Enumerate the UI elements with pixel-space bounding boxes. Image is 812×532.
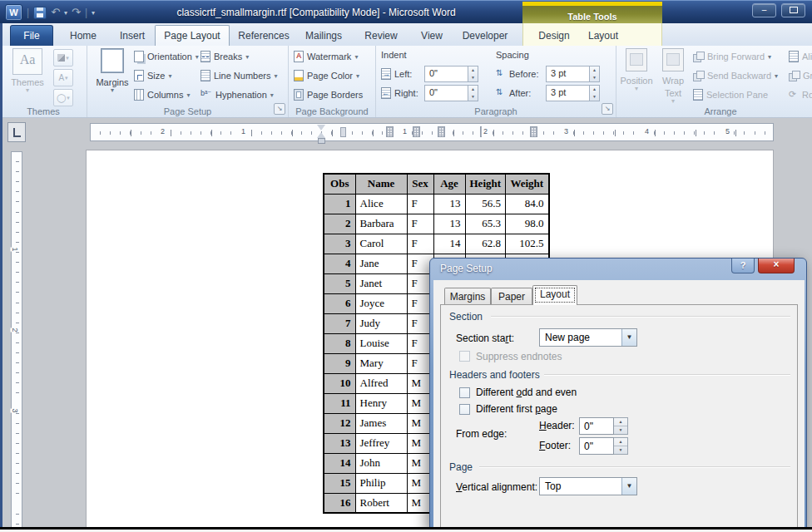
col-header-sex: Sex <box>407 174 433 194</box>
different-odd-even-checkbox[interactable] <box>459 387 470 398</box>
align-icon <box>789 51 799 62</box>
h-ruler-number: 3 <box>562 126 570 138</box>
rotate-button[interactable]: ⟳ Rotate <box>789 86 812 103</box>
page-color-button[interactable]: Page Color▾ <box>294 67 359 84</box>
table-cell: Alice <box>355 194 407 214</box>
columns-button[interactable]: Columns▾ <box>134 86 190 103</box>
spin-up-icon[interactable]: ▲ <box>614 438 627 446</box>
combobox-dropdown-icon[interactable]: ▼ <box>621 478 636 495</box>
hyphenation-button[interactable]: bᵃ⁻ Hyphenation▾ <box>201 86 274 103</box>
tab-references[interactable]: References <box>235 27 293 46</box>
table-column-marker[interactable] <box>386 126 394 137</box>
tab-home[interactable]: Home <box>60 27 106 46</box>
window-title: classicrtf_smallmargin.rtf [Compatibilit… <box>108 1 524 24</box>
save-icon[interactable] <box>33 7 47 19</box>
tab-mailings[interactable]: Mailings <box>298 27 349 46</box>
v-ruler[interactable]: 123 <box>11 151 22 532</box>
spin-up-icon[interactable]: ▲ <box>614 418 627 426</box>
align-button[interactable]: Align <box>789 48 812 65</box>
theme-effects-button[interactable]: ◯▾ <box>53 89 73 106</box>
wrap-text-icon <box>662 48 684 71</box>
section-start-combobox[interactable]: New page ▼ <box>539 328 637 347</box>
vertical-alignment-combobox[interactable]: Top ▼ <box>539 477 637 495</box>
tab-layout[interactable]: Layout <box>581 27 626 46</box>
tab-developer[interactable]: Developer <box>456 27 514 46</box>
margins-icon <box>101 48 124 73</box>
wrap-text-button[interactable]: Wrap Text▾ <box>656 48 690 115</box>
table-column-marker[interactable] <box>413 126 420 137</box>
word-window: W | ↶ ▾ ↷ | ▾ classicrtf_smallmargin.rtf… <box>0 0 812 532</box>
tab-view[interactable]: View <box>413 27 451 46</box>
different-first-page-checkbox[interactable] <box>459 404 470 415</box>
suppress-endnotes-checkbox[interactable] <box>459 351 470 362</box>
footer-from-edge-spinner[interactable]: 0" ▲▼ <box>579 437 628 455</box>
undo-icon[interactable]: ↶ <box>51 7 60 18</box>
table-cell: F <box>407 194 433 214</box>
margins-button[interactable]: Margins▾ <box>93 48 131 115</box>
table-column-marker[interactable] <box>438 126 445 137</box>
spacing-before-label: Before: <box>509 69 542 79</box>
table-cell: F <box>407 214 433 234</box>
from-edge-label: From edge: <box>456 428 507 440</box>
dialog-tab-margins[interactable]: Margins <box>444 288 491 305</box>
table-gap-marker[interactable] <box>340 127 346 137</box>
tab-insert[interactable]: Insert <box>111 27 153 46</box>
combobox-dropdown-icon[interactable]: ▼ <box>621 329 636 346</box>
page-borders-button[interactable]: Page Borders <box>294 86 363 103</box>
redo-icon[interactable]: ↷ <box>72 7 81 18</box>
tab-page-layout[interactable]: Page Layout <box>155 25 230 46</box>
dialog-tab-layout[interactable]: Layout <box>532 285 577 305</box>
size-button[interactable]: Size▾ <box>134 67 171 84</box>
tab-review[interactable]: Review <box>358 27 404 46</box>
orientation-icon <box>134 51 144 62</box>
breaks-button[interactable]: Breaks▾ <box>201 48 249 65</box>
table-cell: 84.0 <box>506 194 549 214</box>
footer-from-edge-value: 0" <box>579 437 614 455</box>
position-button[interactable]: Position▾ <box>618 48 655 115</box>
group-label-page-background: Page Background <box>289 106 375 116</box>
watermark-button[interactable]: Watermark▾ <box>294 48 358 65</box>
line-numbers-button[interactable]: Line Numbers▾ <box>201 67 278 84</box>
hanging-indent-marker[interactable] <box>317 132 325 138</box>
spin-down-icon[interactable]: ▼ <box>614 446 627 454</box>
group-button[interactable]: Group <box>789 67 812 84</box>
table-cell: 7 <box>324 313 355 333</box>
col-header-name: Name <box>355 174 407 194</box>
orientation-button[interactable]: Orientation▾ <box>134 48 199 65</box>
tab-file[interactable]: File <box>10 25 53 46</box>
theme-fonts-button[interactable]: A▾ <box>53 69 73 86</box>
maximize-button[interactable] <box>781 3 805 17</box>
spacing-before-spinner[interactable]: 3 pt ▲▼ <box>546 66 600 82</box>
table-column-marker[interactable] <box>530 126 537 137</box>
customize-qat-icon[interactable]: ▾ <box>92 9 95 17</box>
theme-colors-button[interactable]: ▾ <box>53 49 73 66</box>
indent-left-spinner[interactable]: 0" ▲▼ <box>424 66 478 82</box>
send-backward-button[interactable]: Send Backward▾ <box>693 67 778 84</box>
table-cell: John <box>355 453 407 473</box>
group-objects-icon <box>789 71 800 81</box>
undo-dropdown-icon[interactable]: ▾ <box>64 9 67 17</box>
bring-forward-button[interactable]: Bring Forward▾ <box>693 48 771 65</box>
minimize-button[interactable]: – <box>752 3 776 17</box>
table-cell: Judy <box>355 313 407 333</box>
table-row: 3CarolF1462.8102.5 <box>324 234 549 254</box>
header-from-edge-spinner[interactable]: 0" ▲▼ <box>579 417 628 435</box>
spacing-after-spinner[interactable]: 3 pt ▲▼ <box>546 85 600 101</box>
tab-stop-selector[interactable] <box>7 122 26 142</box>
header-from-edge-value: 0" <box>579 417 614 435</box>
word-logo-icon[interactable]: W <box>5 4 22 21</box>
table-cell: James <box>355 413 407 433</box>
h-ruler[interactable]: 2112345 <box>90 123 774 141</box>
themes-button[interactable]: Aa Themes▾ <box>8 48 47 115</box>
col-header-weight: Weight <box>506 174 549 194</box>
indent-right-spinner[interactable]: 0" ▲▼ <box>424 85 478 101</box>
left-indent-marker[interactable] <box>318 138 325 144</box>
dialog-close-button[interactable]: × <box>758 259 795 273</box>
selection-pane-button[interactable]: Selection Pane <box>693 86 768 103</box>
dialog-help-button[interactable]: ? <box>731 259 755 273</box>
spin-down-icon[interactable]: ▼ <box>614 426 627 434</box>
dialog-tab-paper[interactable]: Paper <box>491 288 532 305</box>
first-line-indent-marker[interactable] <box>317 125 325 131</box>
table-cell: 13 <box>433 214 465 234</box>
tab-design[interactable]: Design <box>532 27 576 46</box>
